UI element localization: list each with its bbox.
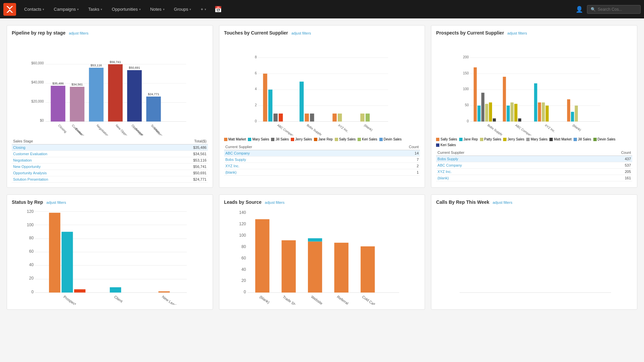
prospects-col-supplier: Current Supplier (436, 149, 574, 156)
nav-campaigns[interactable]: Campaigns ▾ (50, 4, 83, 14)
svg-rect-44 (300, 81, 304, 121)
status-adjust[interactable]: adjust filters (46, 200, 66, 204)
nav-tasks[interactable]: Tasks ▾ (84, 4, 106, 14)
stage-opp-analysis[interactable]: Opportunity Analysis (12, 170, 149, 176)
legend-p-devin: Devin Sales (593, 137, 615, 141)
logo[interactable] (3, 3, 16, 16)
svg-text:50: 50 (465, 103, 469, 107)
touches-table: Current Supplier Count ABC Company 14 Bo… (224, 144, 420, 176)
touches-chart: 0 2 4 6 8 ABC Company (224, 38, 420, 135)
stage-new-opp[interactable]: New Opportunity (12, 164, 149, 170)
touches-panel: Touches by Current Supplier adjust filte… (219, 25, 425, 188)
search-input[interactable] (598, 7, 637, 12)
svg-text:Trade Show: Trade Show (282, 295, 300, 305)
svg-rect-65 (478, 106, 481, 122)
nav-contacts[interactable]: Contacts ▾ (20, 4, 48, 14)
legend-p-keri: Keri Sales (436, 143, 456, 147)
svg-rect-80 (571, 112, 574, 122)
prospects-adjust[interactable]: adjust filters (507, 31, 527, 35)
table-row: Bobs Supply 7 (224, 157, 420, 163)
prospects-table: Current Supplier Count Bobs Supply 437 A… (436, 149, 632, 181)
table-row: XYZ Inc. 2 (224, 163, 420, 169)
campaigns-arrow: ▾ (77, 8, 79, 11)
nav-notes[interactable]: Notes ▾ (146, 4, 169, 14)
svg-text:120: 120 (27, 209, 34, 214)
legend-devin: Devin Sales (379, 137, 401, 141)
svg-rect-18 (146, 97, 161, 122)
svg-rect-49 (338, 114, 342, 122)
legend-p-mary: Mary Sales (526, 137, 547, 141)
svg-rect-73 (515, 104, 518, 122)
prospects-col-count: Count (574, 149, 632, 156)
prospects-abc[interactable]: ABC Company (436, 162, 574, 169)
groups-arrow: ▾ (190, 8, 191, 11)
svg-text:(blank): (blank) (363, 123, 373, 132)
svg-rect-10 (70, 87, 85, 122)
svg-rect-72 (511, 103, 514, 122)
nav-groups[interactable]: Groups ▾ (170, 4, 196, 14)
svg-rect-102 (74, 289, 86, 293)
svg-rect-101 (62, 232, 73, 293)
svg-rect-46 (310, 114, 314, 122)
stage-solution[interactable]: Solution Presentation (12, 176, 149, 183)
prospects-blank[interactable]: (blank) (436, 175, 574, 181)
touches-xyz[interactable]: XYZ Inc. (224, 163, 362, 169)
table-row: Bobs Supply 437 (436, 156, 632, 162)
svg-text:$56,741: $56,741 (110, 60, 121, 64)
leads-adjust[interactable]: adjust filters (265, 200, 285, 204)
search-icon: 🔍 (591, 7, 596, 12)
svg-text:Cold Call: Cold Call (361, 295, 376, 305)
nav-opportunities[interactable]: Opportunities ▾ (108, 4, 145, 14)
prospects-bobs[interactable]: Bobs Supply (436, 156, 574, 162)
table-row: New Opportunity $56,741 (12, 164, 208, 170)
touches-title: Touches by Current Supplier adjust filte… (224, 30, 420, 36)
touches-abc[interactable]: ABC Company (224, 150, 362, 157)
svg-rect-8 (51, 86, 65, 122)
nav-user-icon[interactable]: 👤 (573, 3, 586, 16)
svg-rect-45 (305, 114, 309, 122)
svg-rect-79 (567, 99, 570, 121)
svg-text:Prospect: Prospect (63, 295, 77, 305)
stage-closing[interactable]: Closing (12, 144, 149, 151)
stage-negotiation[interactable]: Negotiation (12, 157, 149, 164)
table-row: Customer Evaluation $34,561 (12, 151, 208, 157)
svg-rect-51 (360, 114, 364, 122)
prospects-title: Prospects by Current Supplier adjust fil… (436, 30, 632, 36)
svg-text:$50,691: $50,691 (129, 66, 140, 69)
svg-rect-76 (538, 103, 541, 122)
pipeline-adjust[interactable]: adjust filters (69, 31, 89, 35)
prospects-xyz[interactable]: XYZ Inc. (436, 169, 574, 175)
svg-text:New Lead: New Lead (161, 295, 177, 305)
stage-customer-eval[interactable]: Customer Evaluation (12, 151, 149, 157)
table-row: XYZ Inc. 205 (436, 169, 632, 175)
svg-text:0: 0 (31, 290, 34, 294)
svg-rect-122 (308, 238, 322, 242)
contacts-arrow: ▾ (43, 8, 44, 11)
calls-title: Calls By Rep This Week adjust filters (436, 199, 632, 205)
svg-text:0: 0 (255, 119, 257, 123)
table-row: Negotiation $53,116 (12, 157, 208, 164)
svg-text:100: 100 (463, 87, 469, 91)
touches-legend: Matt Market Mary Sales Jill Sales Jerry … (224, 137, 420, 141)
top-charts-grid: Pipeline by rep by stage adjust filters … (0, 18, 644, 194)
svg-text:4: 4 (255, 87, 257, 91)
touches-bobs[interactable]: Bobs Supply (224, 157, 362, 163)
table-row: Solution Presentation $24,771 (12, 176, 208, 183)
svg-rect-124 (334, 243, 348, 293)
svg-text:$53,116: $53,116 (91, 64, 102, 67)
table-row: Closing $35,486 (12, 144, 208, 151)
svg-text:Evaluation: Evaluation (74, 127, 87, 135)
notes-arrow: ▾ (163, 8, 165, 11)
nav-add[interactable]: + ▾ (197, 4, 210, 14)
svg-text:Bobs Supply: Bobs Supply (487, 123, 503, 135)
table-row: Opportunity Analysis $50,691 (12, 170, 208, 176)
calls-adjust[interactable]: adjust filters (493, 200, 513, 204)
legend-matt: Matt Market (224, 137, 246, 141)
nav-calendar[interactable]: 📅 (212, 3, 224, 16)
legend-sally: Sally Sales (335, 137, 356, 141)
touches-adjust[interactable]: adjust filters (291, 31, 311, 35)
search-box[interactable]: 🔍 (587, 5, 641, 14)
status-title: Status by Rep adjust filters (12, 199, 208, 205)
prospects-chart: 0 50 100 150 200 (436, 38, 632, 135)
touches-blank[interactable]: (blank) (224, 169, 362, 176)
